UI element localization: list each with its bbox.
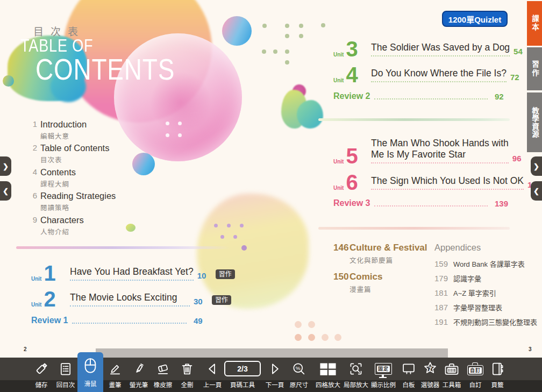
custom-toolbox-icon: 自訂 <box>467 358 483 380</box>
prev-arrow-button[interactable]: ❮ <box>0 181 11 201</box>
unit-row: Unit6 The Sign Which You Used Is Not OK … <box>333 167 510 190</box>
unit-page-number: 54 <box>514 47 529 56</box>
highlighter-tool-button[interactable]: 螢光筆 <box>125 358 152 392</box>
workbook-badge[interactable]: 習作 <box>216 269 235 279</box>
dot-decoration <box>334 334 341 341</box>
page-number: 159 <box>434 259 448 268</box>
unit-row: Unit1 Have You Had Breakfast Yet? 10 習作 <box>31 258 231 281</box>
mouse-tool-button[interactable]: 滑鼠 <box>77 352 103 392</box>
page-tabs-button[interactable]: 頁籤 <box>484 358 511 392</box>
dot-decoration <box>295 321 302 328</box>
divider <box>318 118 510 121</box>
list-item: 191 不規則動詞三態變化整理表 <box>434 317 537 327</box>
olive-dot-decoration <box>126 224 136 232</box>
left-page-corner-number: 2 <box>24 346 27 352</box>
unit-word: Unit <box>31 276 41 282</box>
entry-subtitle: 編輯大意 <box>40 131 87 141</box>
display-ratio-icon: 固定 <box>375 358 392 380</box>
pen-tool-button[interactable]: 畫筆 <box>102 358 129 392</box>
dot-decoration <box>262 49 266 54</box>
page-indicator-box: 2/3 <box>224 358 261 380</box>
unit-number: 6 <box>346 172 358 193</box>
next-arrow-button[interactable]: ❯ <box>531 156 542 176</box>
unit-word: Unit <box>333 185 344 191</box>
tab-teaching-resources[interactable]: 教學資源 <box>527 92 542 152</box>
list-item: 9 Characters 人物介紹 <box>30 215 84 237</box>
dot-decoration <box>214 224 218 227</box>
unit-word: Unit <box>31 302 41 308</box>
unit-word: Unit <box>333 159 344 165</box>
page-number: 181 <box>434 288 448 297</box>
toolbox-icon <box>444 358 460 380</box>
page-number: 6 <box>30 191 37 212</box>
unit-number: 1 <box>44 263 55 283</box>
unit-number: 5 <box>346 146 358 166</box>
entry-title: Contents <box>40 167 76 177</box>
entry-subtitle: 閱讀策略 <box>40 202 116 212</box>
unit-page-number: 10 <box>197 271 212 281</box>
workbook-badge[interactable]: 習作 <box>212 295 231 305</box>
svg-text:%: % <box>296 365 301 370</box>
divider <box>16 246 230 249</box>
original-size-button[interactable]: % 原尺寸 <box>286 358 312 392</box>
display-ratio-button[interactable]: 固定 顯示比例 <box>370 358 397 392</box>
review-page-number: 139 <box>495 199 510 209</box>
page-number: 191 <box>434 317 448 326</box>
quizlet-button[interactable]: 1200單Quizlet <box>442 11 508 27</box>
pen-icon <box>108 358 123 380</box>
prev-page-icon <box>205 358 220 380</box>
dot-decoration <box>233 235 237 239</box>
dot-decoration <box>166 122 169 125</box>
page-title-line2: CONTENTS <box>35 52 175 87</box>
back-to-toc-button[interactable]: 回目次 <box>52 358 79 392</box>
entry-title: Word Bank 各課單字表 <box>453 259 525 269</box>
unit-title: The Sign Which You Used Is Not OK <box>371 175 524 186</box>
unit-page-number: 72 <box>510 73 525 82</box>
page-number: 179 <box>434 274 448 283</box>
page-tab-icon <box>490 358 505 380</box>
page-number-tool[interactable]: 2/3 頁碼工具 <box>221 358 264 392</box>
unit-page-number: 96 <box>512 154 527 163</box>
dot-decoration <box>285 24 289 28</box>
tab-textbook[interactable]: 課本 <box>527 1 542 46</box>
entry-title: Introduction <box>40 119 87 129</box>
page-number: 1 <box>30 119 37 141</box>
page-number: 4 <box>30 167 37 189</box>
unit-title: The Movie Looks Exciting <box>70 292 177 303</box>
unit-row: Unit5 The Man Who Shook Hands with Me Is… <box>333 139 510 163</box>
teal-dot-decoration <box>3 75 14 87</box>
region-zoom-button[interactable]: 局部放大 <box>343 358 369 392</box>
dot-decoration <box>178 122 182 125</box>
dot-decoration <box>178 133 182 137</box>
dotted-leader <box>374 205 488 206</box>
toc-icon <box>58 358 73 380</box>
list-item: 4 Contents 課程大綱 <box>30 167 76 189</box>
dotted-leader <box>72 323 187 324</box>
next-page-icon <box>267 358 282 380</box>
unit-title: Me Is My Favorite Star <box>371 149 466 160</box>
review-page-number: 92 <box>495 92 510 102</box>
next-arrow-button[interactable]: ❯ <box>0 156 11 176</box>
horizontal-scrollbar[interactable] <box>96 348 448 358</box>
prev-arrow-button[interactable]: ❮ <box>531 181 542 201</box>
unit-title: The Man Who Shook Hands with <box>371 138 509 148</box>
eraser-tool-button[interactable]: 橡皮擦 <box>149 358 176 392</box>
delete-all-button[interactable]: 全刪 <box>174 358 201 392</box>
entry-title: 字彙學習整理表 <box>453 302 502 312</box>
toolbox-button[interactable]: 工具箱 <box>438 358 465 392</box>
review-page-number: 49 <box>194 316 209 326</box>
save-button[interactable]: 儲存 <box>28 358 55 392</box>
appendices-heading: Appendices <box>434 243 481 253</box>
quad-zoom-icon <box>318 358 338 380</box>
tab-workbook[interactable]: 習作 <box>527 47 542 90</box>
dot-decoration <box>273 49 277 54</box>
quad-zoom-button[interactable]: 四格放大 <box>315 358 341 392</box>
region-zoom-icon <box>348 358 363 380</box>
page-indicator[interactable]: 2/3 <box>224 361 261 376</box>
entry-title: 不規則動詞三態變化整理表 <box>453 317 537 327</box>
dot-decoration <box>240 224 244 227</box>
next-page-button[interactable]: 下一頁 <box>261 358 288 392</box>
dot-decoration <box>295 334 302 341</box>
dot-decoration <box>285 60 289 65</box>
unit-row: Unit3 The Soldier Was Saved by a Dog 54 <box>333 34 510 56</box>
